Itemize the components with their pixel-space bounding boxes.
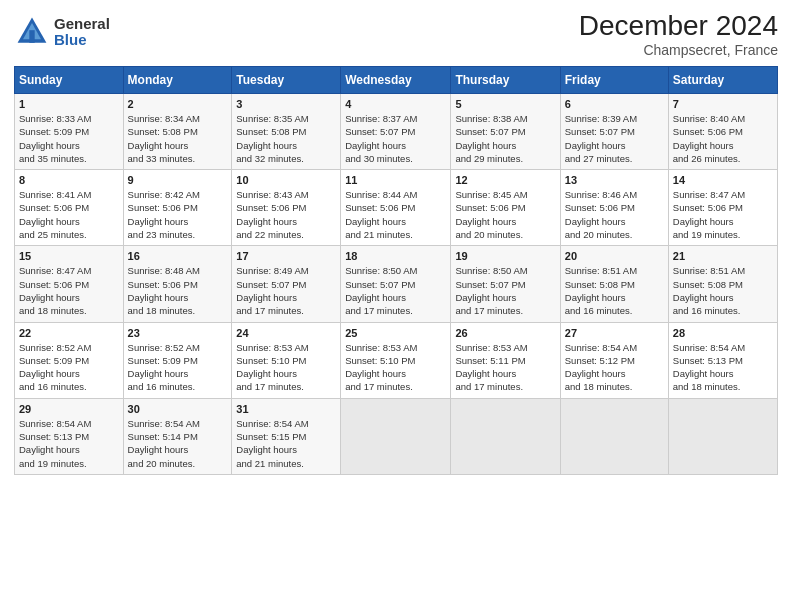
calendar-cell: 1 Sunrise: 8:33 AMSunset: 5:09 PMDayligh… <box>15 94 124 170</box>
calendar-cell: 12 Sunrise: 8:45 AMSunset: 5:06 PMDaylig… <box>451 170 560 246</box>
calendar-cell: 3 Sunrise: 8:35 AMSunset: 5:08 PMDayligh… <box>232 94 341 170</box>
weekday-header-sunday: Sunday <box>15 67 124 94</box>
calendar-cell: 28 Sunrise: 8:54 AMSunset: 5:13 PMDaylig… <box>668 322 777 398</box>
day-info: Sunrise: 8:54 AMSunset: 5:13 PMDaylight … <box>673 342 745 393</box>
calendar-cell: 30 Sunrise: 8:54 AMSunset: 5:14 PMDaylig… <box>123 398 232 474</box>
day-info: Sunrise: 8:37 AMSunset: 5:07 PMDaylight … <box>345 113 417 164</box>
calendar-header: SundayMondayTuesdayWednesdayThursdayFrid… <box>15 67 778 94</box>
calendar-cell: 19 Sunrise: 8:50 AMSunset: 5:07 PMDaylig… <box>451 246 560 322</box>
title-block: December 2024 Champsecret, France <box>579 10 778 58</box>
calendar-table: SundayMondayTuesdayWednesdayThursdayFrid… <box>14 66 778 475</box>
calendar-cell: 11 Sunrise: 8:44 AMSunset: 5:06 PMDaylig… <box>341 170 451 246</box>
day-info: Sunrise: 8:47 AMSunset: 5:06 PMDaylight … <box>19 265 91 316</box>
week-row-2: 8 Sunrise: 8:41 AMSunset: 5:06 PMDayligh… <box>15 170 778 246</box>
day-number: 11 <box>345 174 446 186</box>
day-number: 9 <box>128 174 228 186</box>
weekday-header-tuesday: Tuesday <box>232 67 341 94</box>
calendar-cell: 17 Sunrise: 8:49 AMSunset: 5:07 PMDaylig… <box>232 246 341 322</box>
day-number: 15 <box>19 250 119 262</box>
calendar-cell <box>560 398 668 474</box>
day-info: Sunrise: 8:54 AMSunset: 5:12 PMDaylight … <box>565 342 637 393</box>
week-row-1: 1 Sunrise: 8:33 AMSunset: 5:09 PMDayligh… <box>15 94 778 170</box>
calendar-cell: 25 Sunrise: 8:53 AMSunset: 5:10 PMDaylig… <box>341 322 451 398</box>
day-info: Sunrise: 8:43 AMSunset: 5:06 PMDaylight … <box>236 189 308 240</box>
day-number: 6 <box>565 98 664 110</box>
logo-general: General <box>54 16 110 33</box>
weekday-header-wednesday: Wednesday <box>341 67 451 94</box>
day-number: 25 <box>345 327 446 339</box>
day-number: 29 <box>19 403 119 415</box>
weekday-header-saturday: Saturday <box>668 67 777 94</box>
day-info: Sunrise: 8:54 AMSunset: 5:13 PMDaylight … <box>19 418 91 469</box>
calendar-cell: 29 Sunrise: 8:54 AMSunset: 5:13 PMDaylig… <box>15 398 124 474</box>
calendar-cell <box>451 398 560 474</box>
calendar-cell: 14 Sunrise: 8:47 AMSunset: 5:06 PMDaylig… <box>668 170 777 246</box>
header: General Blue December 2024 Champsecret, … <box>14 10 778 58</box>
day-number: 30 <box>128 403 228 415</box>
calendar-cell: 13 Sunrise: 8:46 AMSunset: 5:06 PMDaylig… <box>560 170 668 246</box>
day-info: Sunrise: 8:51 AMSunset: 5:08 PMDaylight … <box>565 265 637 316</box>
calendar-cell: 31 Sunrise: 8:54 AMSunset: 5:15 PMDaylig… <box>232 398 341 474</box>
day-info: Sunrise: 8:45 AMSunset: 5:06 PMDaylight … <box>455 189 527 240</box>
calendar-cell: 9 Sunrise: 8:42 AMSunset: 5:06 PMDayligh… <box>123 170 232 246</box>
day-info: Sunrise: 8:49 AMSunset: 5:07 PMDaylight … <box>236 265 308 316</box>
calendar-body: 1 Sunrise: 8:33 AMSunset: 5:09 PMDayligh… <box>15 94 778 475</box>
calendar-cell: 26 Sunrise: 8:53 AMSunset: 5:11 PMDaylig… <box>451 322 560 398</box>
day-info: Sunrise: 8:53 AMSunset: 5:11 PMDaylight … <box>455 342 527 393</box>
day-info: Sunrise: 8:35 AMSunset: 5:08 PMDaylight … <box>236 113 308 164</box>
day-number: 1 <box>19 98 119 110</box>
day-info: Sunrise: 8:54 AMSunset: 5:15 PMDaylight … <box>236 418 308 469</box>
calendar-cell: 10 Sunrise: 8:43 AMSunset: 5:06 PMDaylig… <box>232 170 341 246</box>
day-number: 26 <box>455 327 555 339</box>
calendar-cell: 22 Sunrise: 8:52 AMSunset: 5:09 PMDaylig… <box>15 322 124 398</box>
calendar-cell: 24 Sunrise: 8:53 AMSunset: 5:10 PMDaylig… <box>232 322 341 398</box>
calendar-cell: 20 Sunrise: 8:51 AMSunset: 5:08 PMDaylig… <box>560 246 668 322</box>
weekday-header-thursday: Thursday <box>451 67 560 94</box>
day-info: Sunrise: 8:39 AMSunset: 5:07 PMDaylight … <box>565 113 637 164</box>
calendar-cell: 6 Sunrise: 8:39 AMSunset: 5:07 PMDayligh… <box>560 94 668 170</box>
logo-blue: Blue <box>54 32 110 49</box>
weekday-row: SundayMondayTuesdayWednesdayThursdayFrid… <box>15 67 778 94</box>
day-number: 31 <box>236 403 336 415</box>
day-info: Sunrise: 8:53 AMSunset: 5:10 PMDaylight … <box>345 342 417 393</box>
day-number: 5 <box>455 98 555 110</box>
page: General Blue December 2024 Champsecret, … <box>0 0 792 612</box>
day-number: 28 <box>673 327 773 339</box>
day-info: Sunrise: 8:51 AMSunset: 5:08 PMDaylight … <box>673 265 745 316</box>
week-row-3: 15 Sunrise: 8:47 AMSunset: 5:06 PMDaylig… <box>15 246 778 322</box>
day-info: Sunrise: 8:46 AMSunset: 5:06 PMDaylight … <box>565 189 637 240</box>
svg-rect-2 <box>29 30 34 43</box>
day-info: Sunrise: 8:50 AMSunset: 5:07 PMDaylight … <box>455 265 527 316</box>
day-number: 27 <box>565 327 664 339</box>
day-info: Sunrise: 8:44 AMSunset: 5:06 PMDaylight … <box>345 189 417 240</box>
day-number: 24 <box>236 327 336 339</box>
day-number: 16 <box>128 250 228 262</box>
calendar-cell: 16 Sunrise: 8:48 AMSunset: 5:06 PMDaylig… <box>123 246 232 322</box>
page-subtitle: Champsecret, France <box>579 42 778 58</box>
day-info: Sunrise: 8:41 AMSunset: 5:06 PMDaylight … <box>19 189 91 240</box>
weekday-header-friday: Friday <box>560 67 668 94</box>
day-number: 3 <box>236 98 336 110</box>
day-info: Sunrise: 8:47 AMSunset: 5:06 PMDaylight … <box>673 189 745 240</box>
week-row-5: 29 Sunrise: 8:54 AMSunset: 5:13 PMDaylig… <box>15 398 778 474</box>
calendar-cell: 2 Sunrise: 8:34 AMSunset: 5:08 PMDayligh… <box>123 94 232 170</box>
calendar-cell: 27 Sunrise: 8:54 AMSunset: 5:12 PMDaylig… <box>560 322 668 398</box>
day-number: 23 <box>128 327 228 339</box>
day-number: 17 <box>236 250 336 262</box>
day-number: 12 <box>455 174 555 186</box>
day-info: Sunrise: 8:34 AMSunset: 5:08 PMDaylight … <box>128 113 200 164</box>
day-info: Sunrise: 8:50 AMSunset: 5:07 PMDaylight … <box>345 265 417 316</box>
calendar-cell: 18 Sunrise: 8:50 AMSunset: 5:07 PMDaylig… <box>341 246 451 322</box>
logo: General Blue <box>14 14 110 50</box>
day-number: 4 <box>345 98 446 110</box>
day-number: 10 <box>236 174 336 186</box>
day-number: 18 <box>345 250 446 262</box>
calendar-cell <box>668 398 777 474</box>
day-info: Sunrise: 8:38 AMSunset: 5:07 PMDaylight … <box>455 113 527 164</box>
day-number: 14 <box>673 174 773 186</box>
day-number: 19 <box>455 250 555 262</box>
day-number: 7 <box>673 98 773 110</box>
day-info: Sunrise: 8:33 AMSunset: 5:09 PMDaylight … <box>19 113 91 164</box>
page-title: December 2024 <box>579 10 778 42</box>
calendar-cell: 8 Sunrise: 8:41 AMSunset: 5:06 PMDayligh… <box>15 170 124 246</box>
